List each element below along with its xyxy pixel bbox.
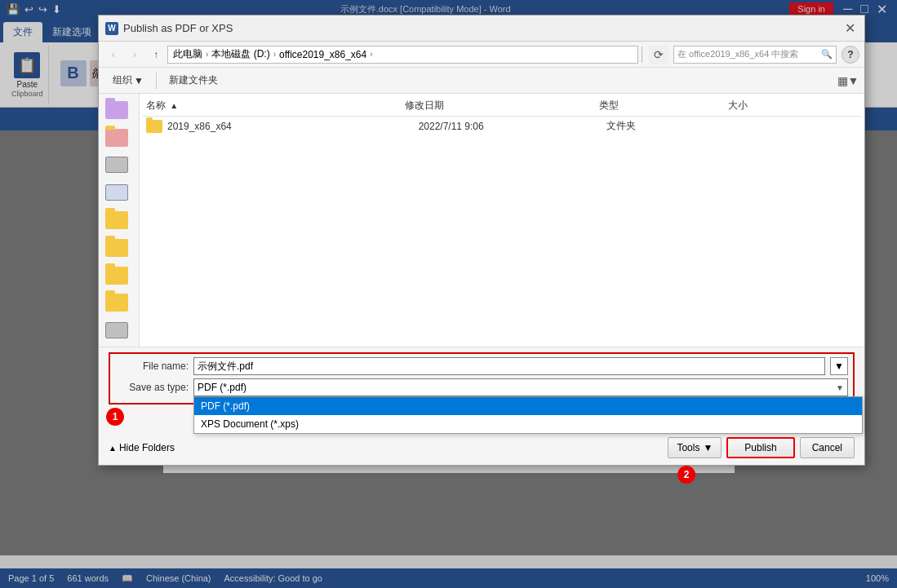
new-folder-button[interactable]: 新建文件夹 [162,71,225,91]
view-arrow: ▼ [848,74,859,87]
view-icon: ▦ [837,74,848,87]
nav-path-bar[interactable]: 此电脑 › 本地磁盘 (D:) › office2019_x86_x64 › [167,46,638,64]
save-type-arrow: ▼ [836,383,844,392]
save-type-label: Save as type: [115,382,189,393]
files-header: 名称 ▲ 修改日期 类型 大小 [143,97,861,117]
sidebar-item-7[interactable] [100,263,133,289]
path-arrow-3: › [370,50,372,59]
nav-path-drive: 本地磁盘 (D:) [211,47,269,61]
dialog-close-button[interactable]: ✕ [841,20,858,37]
action-row: ▲ Hide Folders Tools ▼ Publish Cancel [109,434,855,460]
save-type-container: Save as type: PDF (*.pdf) ▼ PDF (*.pdf) … [115,378,848,396]
path-arrow-1: › [206,50,208,59]
file-name-row: File name: ▼ [115,357,848,375]
bottom-fields-box: File name: ▼ Save as type: PDF (*.pdf) ▼… [109,352,855,405]
files-col-name-header[interactable]: 名称 ▲ [146,99,405,113]
tools-label: Tools [677,442,699,453]
chevron-up-icon: ▲ [109,444,117,453]
files-col-date-header[interactable]: 修改日期 [405,99,599,113]
dialog-titlebar: W Publish as PDF or XPS ✕ [99,15,864,42]
option-pdf[interactable]: PDF (*.pdf) [194,397,862,415]
sidebar-item-1[interactable] [100,97,133,123]
sidebar-item-8[interactable] [100,290,133,316]
sidebar-item-2[interactable] [100,125,133,151]
nav-search-box[interactable]: 在 office2019_x86_x64 中搜索 🔍 [673,46,837,64]
dialog-sidebar [99,94,140,347]
table-row[interactable]: 2019_x86_x64 2022/7/11 9:06 文件夹 [143,117,861,135]
hdd-icon-1 [105,157,128,173]
save-type-dropdown[interactable]: PDF (*.pdf) ▼ [193,378,848,396]
sidebar-item-6[interactable] [100,235,133,261]
organize-label: 组织 [113,73,132,87]
sidebar-item-3[interactable] [100,153,133,179]
nav-up-button[interactable]: ↑ [146,45,166,64]
publish-dialog: W Publish as PDF or XPS ✕ ‹ › ↑ 此电脑 › 本地… [98,15,865,466]
files-col-size-header[interactable]: 大小 [728,99,858,113]
folder-icon-7 [105,267,128,285]
toolbar-sep-1 [156,73,157,89]
nav-refresh-button[interactable]: ⟳ [649,45,668,64]
nav-forward-button[interactable]: › [125,45,144,64]
badge-1: 1 [106,408,124,426]
dialog-title-left: W Publish as PDF or XPS [105,22,233,35]
sidebar-item-4[interactable] [100,179,133,206]
folder-icon-8 [105,294,128,312]
sort-arrow-icon: ▲ [170,101,178,110]
dialog-title-text: Publish as PDF or XPS [123,22,233,34]
files-col-type-header[interactable]: 类型 [599,99,729,113]
sidebar-item-5[interactable] [100,207,133,233]
nav-separator [642,46,642,63]
save-type-options: PDF (*.pdf) XPS Document (*.xps) [193,396,863,434]
dialog-main: 名称 ▲ 修改日期 类型 大小 2019_x86_x64 2022/7/11 9… [99,94,864,347]
save-type-row: Save as type: PDF (*.pdf) ▼ [115,378,848,396]
view-button[interactable]: ▦ ▼ [838,71,858,91]
dialog-toolbar: 组织 ▼ 新建文件夹 ▦ ▼ [99,68,864,94]
hide-folders-button[interactable]: Hide Folders [119,442,175,453]
publish-button[interactable]: Publish [726,437,794,458]
file-date-cell: 2022/7/11 9:06 [419,121,607,132]
new-folder-label: 新建文件夹 [169,73,218,87]
folder-icon-5 [105,211,128,229]
nav-path-folder: office2019_x86_x64 [279,49,366,60]
help-button[interactable]: ? [841,46,859,64]
tools-arrow: ▼ [703,442,713,453]
save-type-value: PDF (*.pdf) [198,382,246,393]
folder-icon-2 [105,129,128,147]
tools-button[interactable]: Tools ▼ [668,437,722,458]
file-name-dropdown-arrow[interactable]: ▼ [830,357,848,375]
nav-back-button[interactable]: ‹ [104,45,123,64]
folder-file-icon [146,120,162,133]
music-folder-icon [105,101,128,119]
organize-button[interactable]: 组织 ▼ [105,71,151,91]
hide-folders-area: ▲ Hide Folders [109,442,663,453]
file-name-label: File name: [115,360,189,372]
file-type-cell: 文件夹 [606,119,732,133]
dialog-word-icon: W [105,22,118,35]
nav-search-placeholder: 在 office2019_x86_x64 中搜索 [677,48,798,60]
dialog-navbar: ‹ › ↑ 此电脑 › 本地磁盘 (D:) › office2019_x86_x… [99,42,864,68]
option-xps[interactable]: XPS Document (*.xps) [194,415,862,433]
dialog-files: 名称 ▲ 修改日期 类型 大小 2019_x86_x64 2022/7/11 9… [140,94,864,347]
file-name-input[interactable] [193,357,825,375]
search-icon: 🔍 [821,49,833,60]
sidebar-item-9[interactable] [100,317,133,343]
nav-path-computer: 此电脑 [173,47,202,61]
hdd-icon-2 [105,184,128,201]
organize-arrow: ▼ [134,75,144,86]
dialog-bottom: File name: ▼ Save as type: PDF (*.pdf) ▼… [99,347,864,465]
file-name-cell: 2019_x86_x64 [167,121,419,132]
hdd-icon-3 [105,322,128,338]
badge-2: 2 [677,466,695,484]
path-arrow-2: › [273,50,276,59]
cancel-button[interactable]: Cancel [800,437,855,458]
folder-icon-6 [105,239,128,257]
